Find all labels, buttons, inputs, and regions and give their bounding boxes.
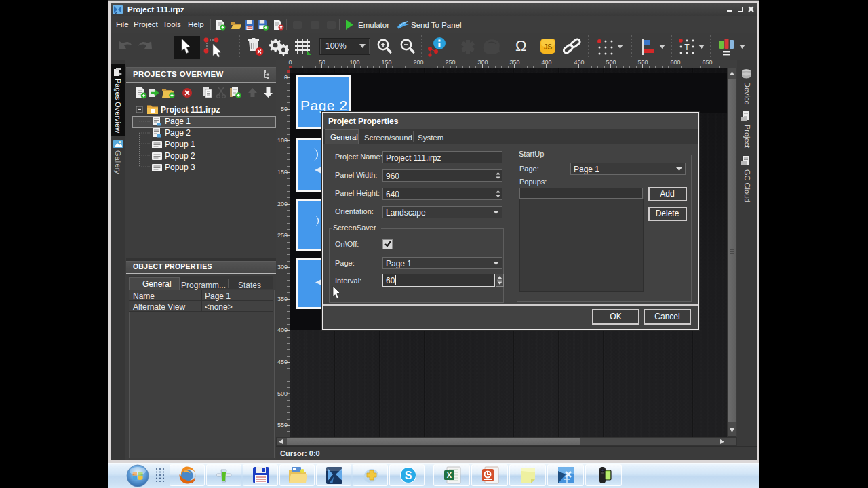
svg-text:X: X (447, 471, 452, 479)
svg-text:S: S (405, 470, 412, 481)
svg-text:JS: JS (544, 43, 553, 51)
svg-text:T: T (684, 43, 690, 52)
